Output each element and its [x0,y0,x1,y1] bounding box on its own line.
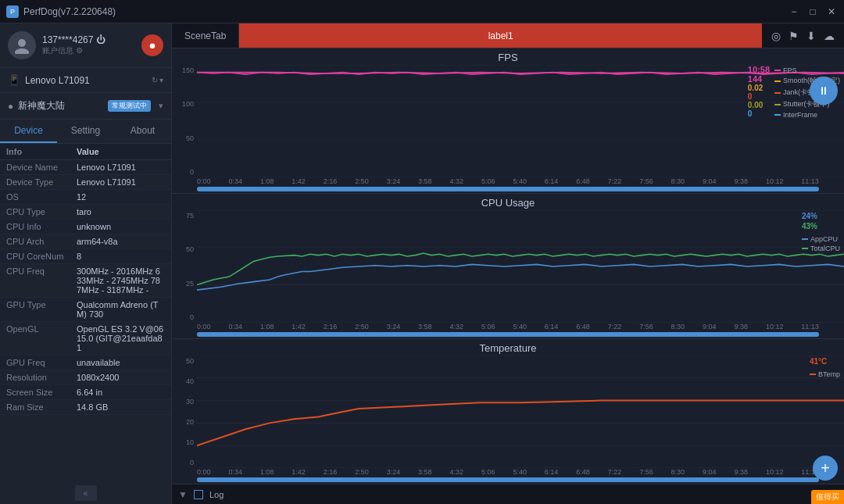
power-icon: ⏻ [96,34,106,45]
chevron-down-icon[interactable]: ▾ [159,76,163,84]
location-icon[interactable]: ◎ [771,30,781,42]
fps-scrollbar-thumb[interactable] [197,187,819,191]
user-info: 137****4267 ⏻ 账户信息 ⚙ [42,34,135,56]
avatar [8,31,36,59]
table-row: CPU Type taro [0,205,171,220]
row-value-1: Lenovo L71091 [77,177,165,187]
row-info-3: CPU Type [6,207,77,216]
pause-button[interactable]: ⏸ [810,77,838,105]
close-button[interactable]: ✕ [825,5,838,18]
app-name: 新神魔大陆 [18,99,103,113]
row-info-9: OpenGL [6,324,77,334]
row-info-12: Screen Size [6,388,77,397]
app-title: PerfDog(v7.2.220648) [23,6,116,17]
tab-about[interactable]: About [114,120,171,143]
refresh-icon[interactable]: ↻ [152,76,158,84]
temp-scrollbar-thumb[interactable] [197,477,819,482]
row-info-7: CPU Freq [6,266,77,276]
cpu-svg [197,210,844,323]
watermark: 值得买 [811,490,844,504]
fps-scrollbar[interactable] [197,187,819,191]
download-icon[interactable]: ⬇ [806,30,816,42]
svg-point-1 [15,48,29,54]
row-info-11: Resolution [6,373,77,382]
expand-icon[interactable]: ▼ [178,489,188,500]
temp-scrollbar[interactable] [197,477,819,482]
log-label: Log [209,490,224,499]
fps-jank-value: 0 [748,92,770,101]
user-id: 137****4267 ⏻ [42,34,135,45]
table-header: Info Value [0,144,171,160]
header-info: Info [6,147,77,156]
row-info-5: CPU Arch [6,237,77,246]
cpu-xaxis: 0:00 0:34 1:08 1:42 2:16 2:50 3:24 3:58 … [172,323,844,331]
app-layout: 137****4267 ⏻ 账户信息 ⚙ ⏺ 📱 Lenovo L71091 ↻… [0,23,844,504]
flag-icon[interactable]: ⚑ [789,30,799,42]
cloud-icon[interactable]: ☁ [824,30,835,42]
row-value-8: Qualcomm Adreno (TM) 730 [77,300,165,319]
app-chevron-icon[interactable]: ▾ [159,101,163,111]
fps-yaxis: 150 100 50 0 [172,65,197,177]
row-value-9: OpenGL ES 3.2 V@0615.0 (GIT@21eaafda81 [77,324,165,352]
add-chart-button[interactable]: + [813,456,838,481]
legend-totalcpu: TotalCPU [802,245,840,252]
temp-value: 41°C [810,357,827,366]
scene-tab-label[interactable]: SceneTab [172,23,239,48]
row-info-10: GPU Freq [6,358,77,367]
row-value-4: unknown [77,222,165,231]
device-selector[interactable]: 📱 Lenovo L71091 ↻ ▾ [0,68,171,93]
sidebar: 137****4267 ⏻ 账户信息 ⚙ ⏺ 📱 Lenovo L71091 ↻… [0,23,172,504]
table-row: Screen Size 6.64 in [0,385,171,400]
fps-chart-title: FPS [172,48,844,65]
charts-area: FPS 150 100 50 0 [172,48,844,484]
row-info-13: Ram Size [6,402,77,412]
tab-setting[interactable]: Setting [57,120,114,143]
legend-fps-dot [774,70,781,71]
legend-interframe: InterFrame [774,111,840,119]
row-info-0: Device Name [6,163,77,172]
legend-jank-dot [774,92,781,94]
tab-device[interactable]: Device [0,120,57,143]
svg-point-0 [18,39,26,47]
cpu-total-value-display: 43% [802,222,840,231]
user-subtitle: 账户信息 ⚙ [42,45,135,56]
fps-smooth-value: 0.02 [748,84,770,92]
row-value-13: 14.8 GB [77,402,165,412]
cpu-chart-title: CPU Usage [172,194,844,210]
collapse-sidebar-button[interactable]: « [75,485,97,501]
table-row: CPU Freq 300MHz - 2016MHz 633MHz - 2745M… [0,264,171,298]
legend-interframe-dot [774,114,781,116]
temp-xaxis: 0:00 0:34 1:08 1:42 2:16 2:50 3:24 3:58 … [172,468,844,476]
fps-interframe-value: 0 [748,109,770,118]
pause-icon: ⏸ [818,84,829,97]
legend-btemp-dot [810,374,816,375]
row-info-8: GPU Type [6,300,77,309]
fps-xaxis: 0:00 0:34 1:08 1:42 2:16 2:50 3:24 3:58 … [172,177,844,185]
row-value-3: taro [77,207,165,216]
app-game-icon: ● [8,101,13,112]
record-button[interactable]: ⏺ [141,34,163,56]
plus-icon: + [821,459,830,477]
row-info-4: CPU Info [6,222,77,231]
app-selector[interactable]: ● 新神魔大陆 常规测试中 ▾ [0,93,171,120]
bottom-bar: ▼ Log 值得买 [172,484,844,504]
user-area[interactable]: 137****4267 ⏻ 账户信息 ⚙ ⏺ [0,23,171,68]
row-value-5: arm64-v8a [77,237,165,246]
fps-svg [197,65,844,177]
cpu-app-value: 24% [802,212,817,220]
app-status-badge: 常规测试中 [108,100,151,112]
table-row: CPU Arch arm64-v8a [0,234,171,249]
restore-button[interactable]: □ [806,5,819,18]
legend-fps: FPS [774,66,840,74]
cpu-scrollbar-thumb[interactable] [197,332,819,337]
minimize-button[interactable]: − [788,5,800,18]
log-checkbox[interactable] [194,490,203,499]
titlebar-left: P PerfDog(v7.2.220648) [6,5,116,18]
fps-chart: FPS 150 100 50 0 [172,48,844,194]
table-row: Device Type Lenovo L71091 [0,175,171,190]
table-row: OpenGL OpenGL ES 3.2 V@0615.0 (GIT@21eaa… [0,322,171,356]
legend-totalcpu-dot [802,248,808,249]
scene-label1[interactable]: label1 [239,23,762,48]
device-icon: 📱 [8,74,20,86]
cpu-scrollbar[interactable] [197,332,819,337]
